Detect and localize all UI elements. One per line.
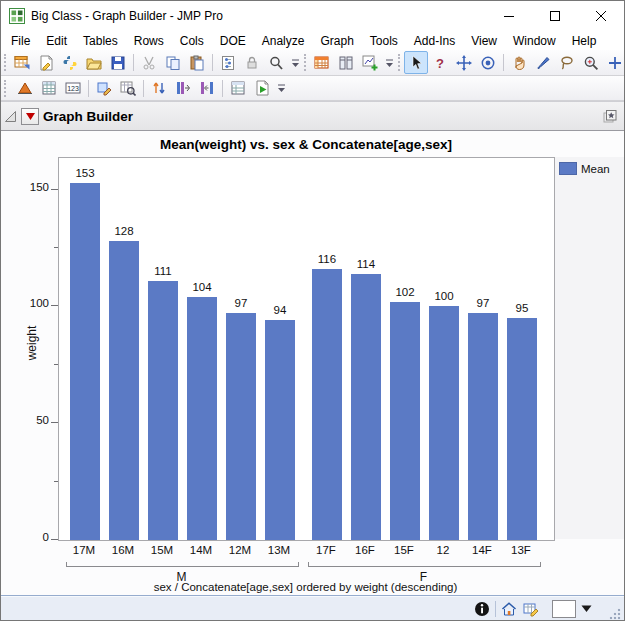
toolbar-grip[interactable] [4,80,9,97]
bar-12M[interactable] [226,313,256,540]
bar-value-label: 95 [498,302,546,314]
info-icon[interactable] [471,598,493,620]
magnifier-tool-icon[interactable] [579,51,603,74]
window-controls [486,1,624,31]
y-tick-label[interactable]: 100 [15,297,49,309]
menu-window[interactable]: Window [505,31,564,50]
bar-16M[interactable] [109,241,139,540]
bar-17M[interactable] [70,183,100,540]
format-preferences-icon[interactable] [216,51,240,74]
window-selector-box[interactable] [552,600,576,618]
bar-value-label: 128 [100,225,148,237]
menu-view[interactable]: View [463,31,505,50]
menu-analyze[interactable]: Analyze [254,31,313,50]
cut-icon[interactable] [137,51,161,74]
menu-help[interactable]: Help [564,31,605,50]
search-icon[interactable] [264,51,288,74]
toolbar-overflow-icon[interactable] [288,51,302,74]
y-axis-label[interactable]: weight [25,326,39,361]
status-bar [1,595,624,621]
report-title[interactable]: Graph Builder [43,109,602,124]
group-label-F[interactable]: F [308,570,539,584]
statusbar-separator [495,601,496,617]
grabber-tool-icon[interactable] [507,51,531,74]
toolbar-separator [503,54,504,71]
menu-tools[interactable]: Tools [362,31,406,50]
toolbar-grip[interactable] [4,54,6,71]
minimize-button[interactable] [486,1,532,31]
disclosure-triangle-icon[interactable] [4,110,17,123]
menu-tables[interactable]: Tables [75,31,126,50]
table-edit-icon[interactable] [520,598,542,620]
star-badge-icon[interactable] [602,108,618,124]
paste-icon[interactable] [185,51,209,74]
python-script-icon[interactable] [58,51,82,74]
bar-13F[interactable] [507,318,537,540]
brush-tool-icon[interactable] [531,51,555,74]
save-icon[interactable] [106,51,130,74]
bar-15F[interactable] [390,302,420,540]
new-journal-icon[interactable] [34,51,58,74]
chart-title[interactable]: Mean(weight) vs. sex & Concatenate[age,s… [1,137,611,152]
new-graph-icon[interactable] [358,51,382,74]
bar-12[interactable] [429,306,459,540]
toolbar-grip[interactable] [398,54,400,71]
menu-file[interactable]: File [3,31,38,50]
plot-area[interactable]: 15312811110497941161141021009795 [58,157,555,541]
menu-addins[interactable]: Add-Ins [406,31,463,50]
run-script-icon[interactable] [250,77,274,100]
toolbar-overflow-icon[interactable] [274,77,288,100]
copy-icon[interactable] [161,51,185,74]
group-bracket [66,562,299,567]
table-summary-icon[interactable] [226,77,250,100]
x-category-label[interactable]: 13M [255,544,303,556]
bar-16F[interactable] [351,274,381,540]
close-button[interactable] [578,1,624,31]
dropdown-triangle-icon[interactable] [578,598,594,620]
toolbar-separator [143,80,144,97]
legend-item[interactable]: Mean [559,162,624,175]
menu-rows[interactable]: Rows [126,31,172,50]
help-tool-icon[interactable]: ? [428,51,452,74]
table-search-icon[interactable] [116,77,140,100]
select-edit-icon[interactable] [92,77,116,100]
menu-graph[interactable]: Graph [312,31,361,50]
bar-15M[interactable] [148,281,178,540]
columns-viewer-icon[interactable] [334,51,358,74]
toolbar-grip[interactable] [304,54,306,71]
maximize-button[interactable] [532,1,578,31]
bar-17F[interactable] [312,269,342,540]
distribution-icon[interactable] [13,77,37,100]
home-icon[interactable] [498,598,520,620]
lasso-tool-icon[interactable] [555,51,579,74]
y-minor-tick [54,364,58,365]
menu-cols[interactable]: Cols [172,31,212,50]
y-tick-label[interactable]: 50 [15,414,49,426]
bar-13M[interactable] [265,320,295,540]
lock-icon[interactable] [240,51,264,74]
y-tick-label[interactable]: 150 [15,181,49,193]
crosshair-tool-icon[interactable] [603,51,625,74]
split-columns-icon[interactable] [195,77,219,100]
data-table-icon[interactable] [310,51,334,74]
arrow-tool-icon[interactable] [404,51,428,74]
toolbar-overflow-icon[interactable] [382,51,396,74]
menu-edit[interactable]: Edit [38,31,75,50]
red-triangle-icon [25,112,36,121]
tabulate-icon[interactable] [37,77,61,100]
new-data-table-icon[interactable] [10,51,34,74]
menu-doe[interactable]: DOE [212,31,254,50]
red-triangle-menu-button[interactable] [21,108,39,125]
bar-14F[interactable] [468,313,498,540]
move-tool-icon[interactable] [452,51,476,74]
x-category-label[interactable]: 13F [497,544,545,556]
bullseye-tool-icon[interactable] [476,51,500,74]
numeric-format-icon[interactable]: 123 [61,77,85,100]
bar-14M[interactable] [187,297,217,540]
join-columns-icon[interactable] [171,77,195,100]
sort-columns-icon[interactable] [147,77,171,100]
open-icon[interactable] [82,51,106,74]
y-tick-label[interactable]: 0 [15,531,49,543]
group-label-M[interactable]: M [66,570,297,584]
resize-grip[interactable] [608,607,622,621]
